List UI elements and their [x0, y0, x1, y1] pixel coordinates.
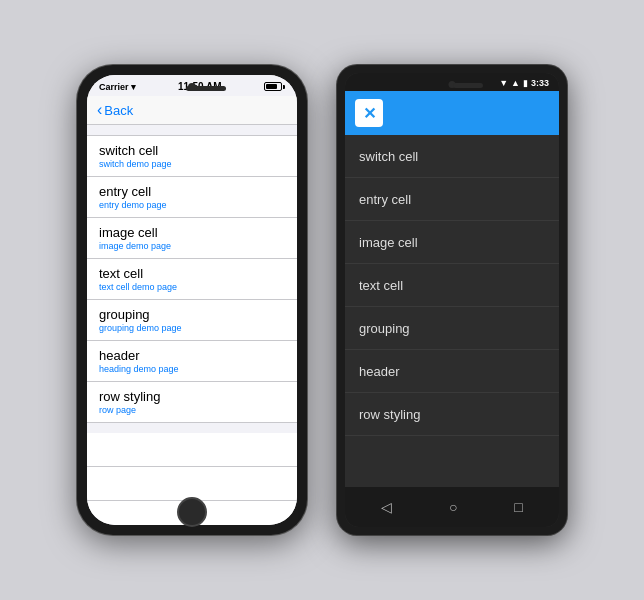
ios-nav-bar: ‹ Back	[87, 96, 297, 125]
android-list-item[interactable]: grouping	[345, 307, 559, 350]
android-battery-icon: ▮	[523, 78, 528, 88]
ios-item-subtitle: image demo page	[99, 241, 285, 251]
android-wifi-icon: ▼	[499, 78, 508, 88]
ios-item-subtitle: entry demo page	[99, 200, 285, 210]
ios-list-item[interactable]: row styling row page	[87, 382, 297, 423]
android-item-title: image cell	[359, 235, 418, 250]
android-phone: ▼ ▲ ▮ 3:33 ✕ switch cell entry cell imag…	[337, 65, 567, 535]
android-item-title: grouping	[359, 321, 410, 336]
ios-item-subtitle: heading demo page	[99, 364, 285, 374]
android-list-item[interactable]: header	[345, 350, 559, 393]
android-recent-button[interactable]: □	[506, 495, 530, 519]
android-home-button[interactable]: ○	[441, 495, 465, 519]
ios-carrier: Carrier	[99, 82, 129, 92]
android-list-item[interactable]: row styling	[345, 393, 559, 436]
ios-empty-row	[87, 467, 297, 501]
ios-item-title: header	[99, 348, 285, 363]
ios-item-subtitle: switch demo page	[99, 159, 285, 169]
ios-list: switch cell switch demo page entry cell …	[87, 125, 297, 525]
ios-item-title: row styling	[99, 389, 285, 404]
ios-back-label: Back	[104, 103, 133, 118]
ios-home-button[interactable]	[177, 497, 207, 527]
android-item-title: text cell	[359, 278, 403, 293]
ios-battery-icon	[264, 82, 282, 91]
ios-item-title: grouping	[99, 307, 285, 322]
ios-battery-tip	[283, 85, 285, 89]
android-app-icon: ✕	[355, 99, 383, 127]
ios-item-title: entry cell	[99, 184, 285, 199]
android-time: 3:33	[531, 78, 549, 88]
android-nav-bar: ◁ ○ □	[345, 487, 559, 527]
ios-phone: Carrier ▾ 11:50 AM ‹ Back switch cell sw…	[77, 65, 307, 535]
ios-item-title: image cell	[99, 225, 285, 240]
android-item-title: switch cell	[359, 149, 418, 164]
ios-screen: Carrier ▾ 11:50 AM ‹ Back switch cell sw…	[87, 75, 297, 525]
android-signal-icon: ▲	[511, 78, 520, 88]
ios-list-item[interactable]: grouping grouping demo page	[87, 300, 297, 341]
android-list: switch cell entry cell image cell text c…	[345, 135, 559, 487]
ios-item-subtitle: text cell demo page	[99, 282, 285, 292]
ios-list-item[interactable]: text cell text cell demo page	[87, 259, 297, 300]
android-item-title: row styling	[359, 407, 420, 422]
android-status-icons: ▼ ▲ ▮ 3:33	[499, 78, 549, 88]
android-item-title: header	[359, 364, 399, 379]
android-list-item[interactable]: text cell	[345, 264, 559, 307]
ios-list-item[interactable]: entry cell entry demo page	[87, 177, 297, 218]
ios-speaker	[186, 86, 226, 91]
android-app-icon-label: ✕	[363, 104, 376, 123]
ios-list-item[interactable]: switch cell switch demo page	[87, 135, 297, 177]
ios-item-title: text cell	[99, 266, 285, 281]
android-item-title: entry cell	[359, 192, 411, 207]
android-list-item[interactable]: image cell	[345, 221, 559, 264]
android-app-bar: ✕	[345, 91, 559, 135]
ios-item-subtitle: row page	[99, 405, 285, 415]
ios-back-chevron-icon: ‹	[97, 102, 102, 118]
ios-list-item[interactable]: image cell image demo page	[87, 218, 297, 259]
android-list-item[interactable]: entry cell	[345, 178, 559, 221]
ios-list-item[interactable]: header heading demo page	[87, 341, 297, 382]
ios-item-subtitle: grouping demo page	[99, 323, 285, 333]
ios-empty-row	[87, 433, 297, 467]
ios-item-title: switch cell	[99, 143, 285, 158]
android-back-button[interactable]: ◁	[373, 495, 400, 519]
android-screen: ▼ ▲ ▮ 3:33 ✕ switch cell entry cell imag…	[345, 73, 559, 527]
android-list-item[interactable]: switch cell	[345, 135, 559, 178]
ios-back-button[interactable]: ‹ Back	[97, 102, 133, 118]
android-speaker	[453, 83, 483, 88]
